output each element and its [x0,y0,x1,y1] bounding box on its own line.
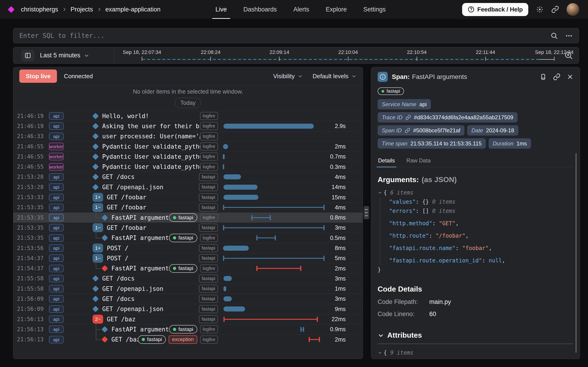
service-chip[interactable]: api [49,336,64,343]
scope-chip[interactable]: fastapi [199,183,218,191]
nav-tab-dashboards[interactable]: Dashboards [243,0,277,19]
scope-chip[interactable]: fastapi [199,254,218,262]
scope-chip[interactable]: logfire [200,325,218,333]
scope-chip[interactable]: fastapi [199,203,218,211]
children-count-badge[interactable]: 1+ [93,193,103,202]
service-chip[interactable]: api [49,234,64,242]
copy-link-icon[interactable] [553,73,561,81]
tag-pill-fastapi[interactable]: fastapi [169,234,197,242]
service-chip[interactable]: api [49,315,64,323]
scope-chip[interactable]: logfire [200,112,218,120]
tag-pill-fastapi[interactable]: fastapi [138,335,166,344]
service-chip[interactable]: worker [49,163,64,171]
log-row[interactable]: 21:46:55workerPydantic User validate_pyt… [13,151,363,161]
scope-chip[interactable]: fastapi [199,275,218,283]
scope-chip[interactable]: logfire [200,142,218,150]
breadcrumb-projects[interactable]: Projects [70,6,93,13]
detail-scrollbar[interactable] [575,153,577,353]
log-row[interactable]: 21:54:37apiFastAPI argumentsfastapilogfi… [13,263,363,273]
scope-chip[interactable]: logfire [200,122,218,130]
service-chip[interactable]: api [49,275,64,282]
today-button[interactable]: Today [175,98,201,108]
log-row[interactable]: 21:56:09apiGET /docsfastapi3ms [13,294,363,304]
tag-pill-fastapi[interactable]: fastapi [169,213,197,222]
meta-chip-service-name[interactable]: Service Nameapi [378,99,431,109]
scope-chip[interactable]: logfire [200,265,218,273]
open-in-panel-icon[interactable] [540,73,547,80]
service-chip[interactable]: api [49,285,64,292]
arguments-json-tree[interactable]: { 6 items"values": {} 0 items"errors": [… [378,188,573,274]
service-chip[interactable]: api [49,214,64,221]
log-row[interactable]: 21:56:13apiGET /baz (foobar)fastapiexcep… [13,334,363,344]
scope-chip[interactable]: fastapi [199,224,218,232]
service-chip[interactable]: api [49,133,64,140]
scope-chip[interactable]: logfire [200,336,218,344]
panel-toggle-icon[interactable] [21,50,35,61]
children-count-badge[interactable]: 2− [93,315,103,324]
children-count-badge[interactable]: 1+ [93,244,103,252]
log-row[interactable]: 21:56:09apiGET /openapi.jsonfastapi9ms [13,304,363,314]
close-icon[interactable] [567,74,573,80]
nav-tab-explore[interactable]: Explore [326,0,347,19]
breadcrumb-project[interactable]: example-application [105,6,161,13]
log-row[interactable]: 21:54:37api1−POST /fastapi5ms [13,253,363,263]
children-count-badge[interactable]: 1− [93,254,103,263]
log-row[interactable]: 21:53:28apiGET /docsfastapi4ms [13,172,363,182]
tag-pill-fastapi[interactable]: fastapi [169,325,197,334]
user-avatar[interactable] [566,3,579,16]
scope-chip[interactable]: fastapi [199,193,218,201]
service-chip[interactable]: api [49,325,64,333]
scope-chip[interactable]: fastapi [199,244,218,252]
log-row[interactable]: 21:53:35apiFastAPI argumentsfastapilogfi… [13,233,363,243]
scope-chip[interactable]: logfire [200,163,218,171]
log-row[interactable]: 21:56:13api2−GET /bazfastapi22ms [13,314,363,324]
sql-filter-input[interactable] [19,32,550,40]
default-levels-dropdown[interactable]: Default levels [313,73,357,80]
log-row[interactable]: 21:46:19apiAsking the user for their bir… [13,121,363,131]
service-chip[interactable]: api [49,224,64,232]
log-row[interactable]: 21:46:33apiuser processed: User(name='An… [13,131,363,141]
nav-tab-alerts[interactable]: Alerts [293,0,309,19]
service-chip[interactable]: api [49,194,64,201]
collapse-caret-icon[interactable] [378,190,382,195]
children-count-badge[interactable]: 1− [93,223,103,232]
service-chip[interactable]: api [49,122,64,130]
share-link-icon[interactable] [551,6,559,13]
feedback-help-button[interactable]: Feedback / Help [462,3,528,16]
scope-chip[interactable]: logfire [200,152,218,161]
zoom-in-icon[interactable] [564,51,573,60]
service-chip[interactable]: api [49,173,64,181]
attributes-section-toggle[interactable]: Attributes [378,331,573,340]
scope-chip[interactable]: logfire [200,234,218,242]
tab-raw-data[interactable]: Raw Data [406,156,431,167]
meta-chip-duration[interactable]: Duration1ms [489,138,531,149]
scope-chip[interactable]: logfire [200,214,218,222]
scope-chip[interactable]: fastapi [199,305,218,313]
tag-pill-fastapi[interactable]: fastapi [378,87,404,95]
log-row[interactable]: 21:53:35api1−GET /foobarfastapi4ms [13,202,363,212]
log-row[interactable]: 21:53:33api1+GET /foobarfastapi15ms [13,192,363,202]
visibility-dropdown[interactable]: Visibility [273,73,303,80]
log-row[interactable]: 21:55:58apiGET /docsfastapi3ms [13,273,363,284]
scope-chip[interactable]: logfire [200,132,218,140]
service-chip[interactable]: worker [49,153,64,160]
collapse-caret-icon[interactable] [378,350,382,355]
service-chip[interactable]: worker [49,143,64,150]
meta-chip-date[interactable]: Date2024-09-18 [467,125,518,135]
panel-resize-handle[interactable] [363,206,369,219]
more-options-icon[interactable] [565,32,573,40]
time-range-selector[interactable]: Last 5 minutes [40,52,90,59]
log-row[interactable]: 21:55:58apiGET /openapi.jsonfastapi1ms [13,284,363,294]
service-chip[interactable]: api [49,254,64,262]
service-chip[interactable]: api [49,305,64,313]
log-row[interactable]: 21:53:35api1−GET /foobarfastapi3ms [13,223,363,233]
nav-tab-settings[interactable]: Settings [363,0,386,19]
meta-chip-trace-id[interactable]: Trace ID#d834c3374dd6fa2e4aa82a55ab21750… [378,112,518,123]
logfire-logo-icon[interactable] [8,6,15,13]
timeline[interactable]: Sep 18, 22:07:3422:08:2422:09:1422:10:04… [114,47,558,64]
service-chip[interactable]: api [49,183,64,191]
log-row[interactable]: 21:53:35apiFastAPI argumentsfastapilogfi… [13,212,363,223]
nav-tab-live[interactable]: Live [216,0,227,19]
scope-chip[interactable]: fastapi [199,285,218,293]
search-icon[interactable] [550,32,558,40]
